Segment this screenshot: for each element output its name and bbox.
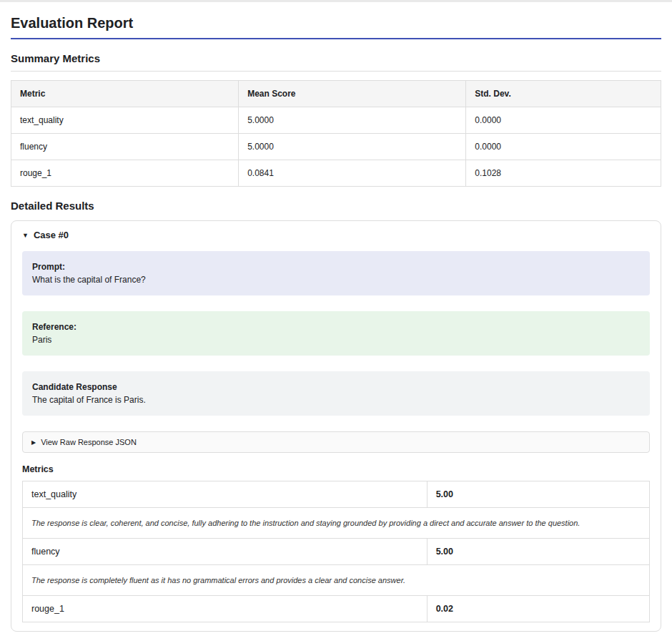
- table-row: text_quality 5.00: [23, 481, 650, 508]
- summary-table: Metric Mean Score Std. Dev. text_quality…: [11, 80, 661, 187]
- table-row: rouge_1 0.0841 0.1028: [11, 160, 661, 187]
- triangle-right-icon: ▶: [31, 439, 36, 446]
- reference-label: Reference:: [32, 320, 640, 333]
- metric-score-cell: 5.00: [427, 481, 649, 508]
- summary-header-std: Std. Dev.: [466, 81, 661, 107]
- mean-score-cell: 5.0000: [239, 107, 466, 134]
- metric-name-cell: rouge_1: [23, 596, 428, 622]
- raw-response-json-summary[interactable]: ▶View Raw Response JSON: [31, 438, 641, 446]
- candidate-response-label: Candidate Response: [32, 381, 640, 393]
- metric-name-cell: fluency: [11, 134, 239, 160]
- triangle-down-icon: ▼: [22, 232, 29, 239]
- metric-explanation-cell: The response is clear, coherent, and con…: [23, 508, 650, 539]
- table-row: text_quality 5.0000 0.0000: [11, 107, 661, 134]
- metric-score-cell: 5.00: [427, 539, 649, 565]
- metric-name-cell: fluency: [23, 539, 428, 565]
- reference-box: Reference: Paris: [22, 311, 650, 356]
- metric-explanation-cell: The response is completely fluent as it …: [23, 565, 650, 596]
- std-dev-cell: 0.0000: [466, 134, 661, 160]
- table-row: fluency 5.0000 0.0000: [11, 134, 661, 160]
- summary-metrics-heading: Summary Metrics: [11, 52, 661, 72]
- case-0-label: Case #0: [34, 230, 69, 240]
- table-row: fluency 5.00: [23, 539, 650, 565]
- case-0-details: ▼Case #0 Prompt: What is the capital of …: [11, 220, 661, 632]
- candidate-response-text: The capital of France is Paris.: [32, 393, 640, 406]
- page-title: Evaluation Report: [11, 15, 661, 39]
- detailed-results-heading: Detailed Results: [11, 200, 661, 212]
- table-row: The response is completely fluent as it …: [23, 565, 650, 596]
- mean-score-cell: 0.0841: [239, 160, 466, 187]
- candidate-response-box: Candidate Response The capital of France…: [22, 371, 650, 416]
- prompt-label: Prompt:: [32, 260, 640, 273]
- summary-header-row: Metric Mean Score Std. Dev.: [11, 81, 661, 107]
- case-metrics-table: text_quality 5.00 The response is clear,…: [22, 481, 650, 622]
- metrics-heading: Metrics: [22, 464, 650, 474]
- prompt-text: What is the capital of France?: [32, 273, 640, 286]
- reference-text: Paris: [32, 333, 640, 346]
- case-0-summary[interactable]: ▼Case #0: [22, 230, 650, 240]
- mean-score-cell: 5.0000: [239, 134, 466, 160]
- metric-name-cell: rouge_1: [11, 160, 239, 187]
- table-row: The response is clear, coherent, and con…: [23, 508, 650, 539]
- summary-header-mean: Mean Score: [239, 81, 466, 107]
- raw-response-json-details: ▶View Raw Response JSON: [22, 431, 650, 453]
- raw-response-json-label: View Raw Response JSON: [41, 438, 137, 446]
- table-row: rouge_1 0.02: [23, 596, 650, 622]
- metric-name-cell: text_quality: [23, 481, 428, 508]
- std-dev-cell: 0.1028: [466, 160, 661, 187]
- metric-name-cell: text_quality: [11, 107, 239, 134]
- report-page: Evaluation Report Summary Metrics Metric…: [0, 2, 672, 641]
- metric-score-cell: 0.02: [427, 596, 649, 622]
- std-dev-cell: 0.0000: [466, 107, 661, 134]
- prompt-box: Prompt: What is the capital of France?: [22, 251, 650, 295]
- summary-header-metric: Metric: [11, 81, 239, 107]
